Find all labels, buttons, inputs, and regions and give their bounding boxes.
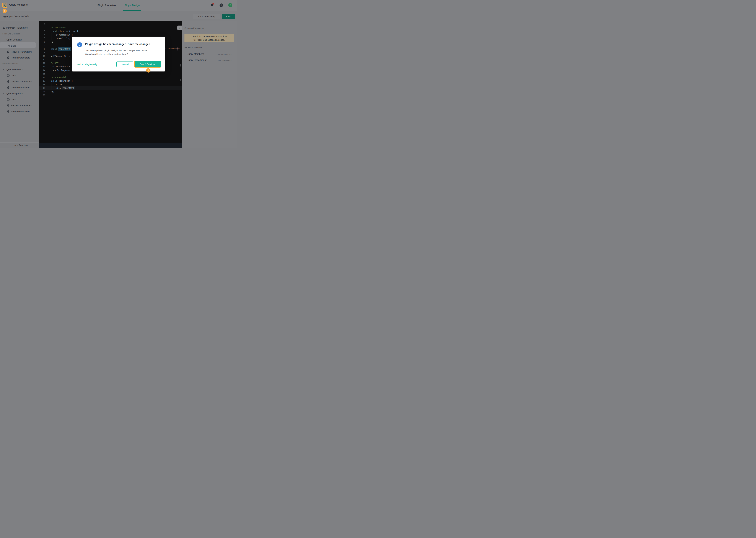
text-cursor <box>178 47 178 50</box>
back-to-plugin-design-link[interactable]: Back to Plugin Design <box>77 63 98 66</box>
editor-scrollbar-thumb[interactable] <box>180 79 181 81</box>
line-number: 15 <box>39 73 47 75</box>
save-and-continue-button[interactable]: Save&Continue <box>135 61 161 68</box>
function-id: func.64af54efcff... <box>217 59 233 62</box>
chevron-down-icon <box>2 68 5 71</box>
line-number: 7 <box>39 44 47 47</box>
discard-button[interactable]: Discard <box>116 62 133 67</box>
sidebar-item-open-contacts[interactable]: Open Contacts <box>0 37 39 42</box>
code-line-18: 18 title: '', <box>39 83 182 86</box>
line-number: 18 <box>39 83 47 86</box>
code-line-3: 3const close = () => { <box>39 29 182 33</box>
sidebar-item-code[interactable]: Code <box>0 43 39 49</box>
warning-banner: Unable to use common parameters for Fron… <box>185 34 234 42</box>
sidebar-item-request-parameters[interactable]: Request Parameters <box>0 79 39 84</box>
backend-function-row-query-department[interactable]: Query Departmentfunc.64af54efcff... <box>182 58 237 63</box>
sidebar-item-request-parameters[interactable]: Request Parameters <box>0 49 39 54</box>
annotation-badge-2: 2 <box>146 68 150 73</box>
save-and-debug-button[interactable]: Save and Debug <box>193 14 220 19</box>
backend-function-heading: Back-End Function <box>185 46 202 48</box>
save-button[interactable]: Save <box>222 14 235 19</box>
line-number: 2 <box>39 27 47 29</box>
sidebar-item-query-departme[interactable]: Query Departme... <box>0 91 39 96</box>
sidebar-item-return-parameters[interactable]: Return Parameters <box>0 109 39 114</box>
dialog-body: You have updated plugin designs but the … <box>85 49 159 56</box>
sidebar-item-query-members[interactable]: Query Members <box>0 67 39 72</box>
new-function-label: New Function <box>14 144 28 146</box>
line-number: 21 <box>39 94 47 96</box>
sidebar-item-back-end-function: Back-End Function <box>0 61 39 66</box>
new-function-button[interactable]: + New Function <box>0 142 39 148</box>
collapse-panel-button[interactable]: » <box>177 26 182 30</box>
tab-plugin-properties[interactable]: Plugin Properties <box>97 0 116 11</box>
code-line-20: 20}); <box>39 90 182 93</box>
line-number: 9 <box>39 51 47 54</box>
sliders-icon <box>7 80 10 83</box>
line-number: 8 <box>39 48 47 50</box>
unsaved-changes-dialog: ? Plugin design has been changed. Save t… <box>72 36 165 72</box>
warning-line-1: Unable to use common parameters <box>192 34 227 38</box>
line-number: 4 <box>39 33 47 36</box>
sidebar-item-return-parameters[interactable]: Return Parameters <box>0 55 39 60</box>
sidebar-item-code[interactable]: Code <box>0 97 39 102</box>
function-id: func.64a3b6f7cff... <box>217 53 233 55</box>
line-number: 3 <box>39 30 47 32</box>
url-string-fragment: https%3A%2F% <box>164 47 180 50</box>
code-line-15: 15 <box>39 72 182 76</box>
plugin-design-page: Query Members Plugin Properties Plugin D… <box>0 0 237 148</box>
function-list-icon <box>3 15 7 19</box>
chevron-down-icon <box>2 92 5 94</box>
code-line-1: 1 <box>39 22 182 26</box>
sidebar-item-common-parameters[interactable]: Common Parameters <box>0 26 39 30</box>
sidebar-item-request-parameters[interactable]: Request Parameters <box>0 103 39 108</box>
back-chevron-icon <box>4 3 6 7</box>
tab-plugin-design[interactable]: Plugin Design <box>125 0 140 11</box>
notifications-button[interactable] <box>210 3 214 7</box>
code-line-21: 21 <box>39 93 182 97</box>
sidebar-item-code[interactable]: Code <box>0 73 39 78</box>
code-line-17: 17await openModal({ <box>39 79 182 83</box>
chevron-down-icon <box>2 38 5 41</box>
code-line-16: 16// openModal <box>39 76 182 79</box>
tab-plugin-design-label: Plugin Design <box>125 4 140 7</box>
sliders-icon <box>7 56 10 59</box>
sliders-icon <box>7 104 10 107</box>
sliders-icon <box>7 86 10 89</box>
line-number: 16 <box>39 76 47 79</box>
help-button[interactable]: ? <box>219 3 223 7</box>
notification-dot <box>212 3 214 5</box>
code-line-4: 4 closeModal(); <box>39 33 182 36</box>
user-avatar[interactable]: E <box>228 3 232 7</box>
sidebar: Common ParametersFront-End ExtensionOpen… <box>0 21 39 148</box>
right-panel: » Common Parameters Unable to use common… <box>182 21 237 148</box>
top-header: Query Members Plugin Properties Plugin D… <box>0 0 237 11</box>
sliders-icon <box>7 110 10 113</box>
line-number: 20 <box>39 90 47 93</box>
common-parameters-heading: Common Parameters <box>185 27 204 29</box>
tab-bar: Plugin Properties Plugin Design <box>97 0 140 11</box>
code-line-19: 19 url: reportUrl <box>39 86 182 90</box>
line-number: 1 <box>39 23 47 25</box>
bell-icon <box>210 5 214 8</box>
editor-scrollbar-thumb[interactable] <box>180 64 181 67</box>
sidebar-item-front-end-extension: Front-End Extension <box>0 31 39 36</box>
line-number: 17 <box>39 80 47 82</box>
code-icon <box>7 98 10 101</box>
plus-icon: + <box>11 144 13 146</box>
code-icon <box>7 74 10 77</box>
dialog-title: Plugin design has been changed. Save the… <box>85 43 150 46</box>
backend-function-row-query-members[interactable]: Query Membersfunc.64a3b6f7cff... <box>182 52 237 57</box>
double-chevron-right-icon: » <box>179 27 180 29</box>
code-icon <box>7 45 10 47</box>
annotation-badge-1: 1 <box>3 9 7 13</box>
page-title: Query Members <box>9 3 28 7</box>
sidebar-item-return-parameters[interactable]: Return Parameters <box>0 85 39 90</box>
line-number: 14 <box>39 69 47 72</box>
back-button[interactable] <box>2 3 7 8</box>
active-tab-underline <box>123 10 141 11</box>
line-number: 6 <box>39 41 47 43</box>
line-number: 12 <box>39 62 47 64</box>
question-icon: ? <box>221 4 222 7</box>
function-toolbar: Open Contacts-Code Save and Debug Save <box>0 11 237 21</box>
dialog-body-line-1: You have updated plugin designs but the … <box>85 49 149 52</box>
